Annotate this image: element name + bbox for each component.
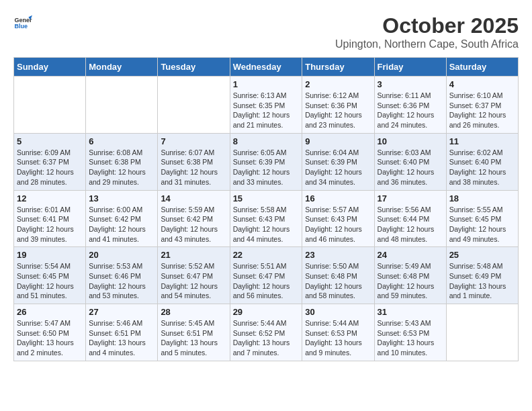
day-number: 1 [233,79,300,89]
page-header: General Blue October 2025 Upington, Nort… [13,13,519,50]
calendar-cell: 15Sunrise: 5:58 AM Sunset: 6:43 PM Dayli… [230,190,302,247]
calendar-cell: 3Sunrise: 6:11 AM Sunset: 6:36 PM Daylig… [374,77,446,134]
calendar-cell: 7Sunrise: 6:07 AM Sunset: 6:38 PM Daylig… [158,133,230,190]
day-number: 24 [378,250,443,260]
day-info: Sunrise: 5:51 AM Sunset: 6:47 PM Dayligh… [233,261,300,301]
calendar-cell [158,77,230,134]
calendar-cell: 25Sunrise: 5:48 AM Sunset: 6:49 PM Dayli… [446,247,518,304]
calendar-cell [86,77,158,134]
calendar-cell: 31Sunrise: 5:43 AM Sunset: 6:53 PM Dayli… [374,304,446,361]
day-number: 14 [161,193,226,203]
title-section: October 2025 Upington, Northern Cape, So… [335,13,519,50]
day-number: 8 [233,136,300,146]
day-info: Sunrise: 6:13 AM Sunset: 6:35 PM Dayligh… [233,91,300,130]
day-number: 4 [449,79,515,89]
day-number: 22 [233,250,300,260]
column-header-wednesday: Wednesday [230,58,302,77]
day-number: 9 [305,136,371,146]
svg-text:Blue: Blue [14,23,28,30]
day-number: 19 [17,250,83,260]
day-number: 25 [449,250,515,260]
day-info: Sunrise: 5:46 AM Sunset: 6:51 PM Dayligh… [89,318,154,358]
day-info: Sunrise: 5:47 AM Sunset: 6:50 PM Dayligh… [17,318,83,358]
week-row-3: 12Sunrise: 6:01 AM Sunset: 6:41 PM Dayli… [14,190,519,247]
calendar-cell: 10Sunrise: 6:03 AM Sunset: 6:40 PM Dayli… [374,133,446,190]
day-number: 31 [378,307,443,317]
calendar-cell: 23Sunrise: 5:50 AM Sunset: 6:48 PM Dayli… [302,247,374,304]
day-info: Sunrise: 6:01 AM Sunset: 6:41 PM Dayligh… [17,205,83,244]
day-number: 3 [378,79,443,89]
calendar-cell: 28Sunrise: 5:45 AM Sunset: 6:51 PM Dayli… [158,304,230,361]
day-info: Sunrise: 5:48 AM Sunset: 6:49 PM Dayligh… [449,261,515,301]
location-subtitle: Upington, Northern Cape, South Africa [335,38,519,50]
logo: General Blue [13,13,32,32]
day-info: Sunrise: 5:49 AM Sunset: 6:48 PM Dayligh… [378,261,443,301]
day-number: 27 [89,307,154,317]
day-info: Sunrise: 5:45 AM Sunset: 6:51 PM Dayligh… [161,318,226,358]
day-number: 29 [233,307,300,317]
day-info: Sunrise: 5:43 AM Sunset: 6:53 PM Dayligh… [378,318,443,358]
month-title: October 2025 [335,13,519,38]
day-number: 23 [305,250,371,260]
column-header-sunday: Sunday [14,58,86,77]
day-info: Sunrise: 6:02 AM Sunset: 6:40 PM Dayligh… [449,148,515,187]
calendar-cell: 24Sunrise: 5:49 AM Sunset: 6:48 PM Dayli… [374,247,446,304]
day-number: 13 [89,193,154,203]
column-header-tuesday: Tuesday [158,58,230,77]
calendar-cell: 2Sunrise: 6:12 AM Sunset: 6:36 PM Daylig… [302,77,374,134]
day-info: Sunrise: 6:03 AM Sunset: 6:40 PM Dayligh… [378,148,443,187]
calendar-cell: 27Sunrise: 5:46 AM Sunset: 6:51 PM Dayli… [86,304,158,361]
day-info: Sunrise: 5:44 AM Sunset: 6:52 PM Dayligh… [233,318,300,358]
calendar-cell: 1Sunrise: 6:13 AM Sunset: 6:35 PM Daylig… [230,77,302,134]
day-info: Sunrise: 5:59 AM Sunset: 6:42 PM Dayligh… [161,205,226,244]
day-info: Sunrise: 5:44 AM Sunset: 6:53 PM Dayligh… [305,318,371,358]
calendar-cell: 19Sunrise: 5:54 AM Sunset: 6:45 PM Dayli… [14,247,86,304]
calendar-cell: 20Sunrise: 5:53 AM Sunset: 6:46 PM Dayli… [86,247,158,304]
week-row-2: 5Sunrise: 6:09 AM Sunset: 6:37 PM Daylig… [14,133,519,190]
calendar-cell: 21Sunrise: 5:52 AM Sunset: 6:47 PM Dayli… [158,247,230,304]
day-info: Sunrise: 5:57 AM Sunset: 6:43 PM Dayligh… [305,205,371,244]
calendar-cell: 14Sunrise: 5:59 AM Sunset: 6:42 PM Dayli… [158,190,230,247]
day-info: Sunrise: 5:50 AM Sunset: 6:48 PM Dayligh… [305,261,371,301]
day-info: Sunrise: 6:12 AM Sunset: 6:36 PM Dayligh… [305,91,371,130]
day-info: Sunrise: 6:07 AM Sunset: 6:38 PM Dayligh… [161,148,226,187]
calendar-cell [446,304,518,361]
day-number: 10 [378,136,443,146]
day-number: 7 [161,136,226,146]
day-info: Sunrise: 6:09 AM Sunset: 6:37 PM Dayligh… [17,148,83,187]
day-info: Sunrise: 6:10 AM Sunset: 6:37 PM Dayligh… [449,91,515,130]
calendar-cell: 26Sunrise: 5:47 AM Sunset: 6:50 PM Dayli… [14,304,86,361]
day-number: 20 [89,250,154,260]
day-number: 12 [17,193,83,203]
calendar-cell: 18Sunrise: 5:55 AM Sunset: 6:45 PM Dayli… [446,190,518,247]
calendar-cell: 11Sunrise: 6:02 AM Sunset: 6:40 PM Dayli… [446,133,518,190]
week-row-5: 26Sunrise: 5:47 AM Sunset: 6:50 PM Dayli… [14,304,519,361]
calendar-cell: 12Sunrise: 6:01 AM Sunset: 6:41 PM Dayli… [14,190,86,247]
day-info: Sunrise: 6:11 AM Sunset: 6:36 PM Dayligh… [378,91,443,130]
calendar-cell: 16Sunrise: 5:57 AM Sunset: 6:43 PM Dayli… [302,190,374,247]
day-number: 11 [449,136,515,146]
header-row: SundayMondayTuesdayWednesdayThursdayFrid… [14,58,519,77]
day-number: 6 [89,136,154,146]
week-row-4: 19Sunrise: 5:54 AM Sunset: 6:45 PM Dayli… [14,247,519,304]
calendar-cell: 5Sunrise: 6:09 AM Sunset: 6:37 PM Daylig… [14,133,86,190]
logo-icon: General Blue [13,13,32,32]
day-number: 30 [305,307,371,317]
day-number: 28 [161,307,226,317]
day-number: 26 [17,307,83,317]
day-number: 18 [449,193,515,203]
day-info: Sunrise: 5:54 AM Sunset: 6:45 PM Dayligh… [17,261,83,301]
column-header-saturday: Saturday [446,58,518,77]
calendar-cell: 9Sunrise: 6:04 AM Sunset: 6:39 PM Daylig… [302,133,374,190]
calendar-cell: 29Sunrise: 5:44 AM Sunset: 6:52 PM Dayli… [230,304,302,361]
day-info: Sunrise: 5:55 AM Sunset: 6:45 PM Dayligh… [449,205,515,244]
calendar-cell: 4Sunrise: 6:10 AM Sunset: 6:37 PM Daylig… [446,77,518,134]
day-info: Sunrise: 5:58 AM Sunset: 6:43 PM Dayligh… [233,205,300,244]
calendar-cell [14,77,86,134]
day-info: Sunrise: 5:52 AM Sunset: 6:47 PM Dayligh… [161,261,226,301]
day-number: 2 [305,79,371,89]
day-info: Sunrise: 5:56 AM Sunset: 6:44 PM Dayligh… [378,205,443,244]
calendar-table: SundayMondayTuesdayWednesdayThursdayFrid… [13,57,519,361]
day-number: 21 [161,250,226,260]
column-header-friday: Friday [374,58,446,77]
